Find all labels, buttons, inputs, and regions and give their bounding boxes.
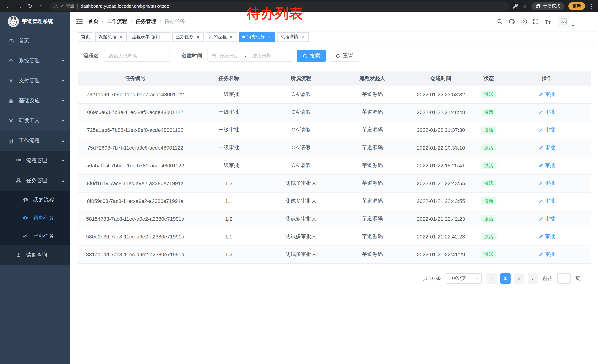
close-icon[interactable]: × (118, 34, 123, 40)
sidebar-item-workflow[interactable]: 工作流程 ▴ (0, 131, 70, 151)
table-row[interactable]: 75d72608-7b7f-11ec-a3c8-acde48001122 一级审… (78, 139, 590, 157)
goto-page-input[interactable] (557, 273, 571, 283)
approve-button[interactable]: 审批 (539, 127, 555, 133)
bookmark-star-icon[interactable]: ☆ (522, 3, 527, 9)
tab-start-process[interactable]: 发起流程 × (95, 32, 127, 42)
user-avatar[interactable]: ▾ (558, 16, 569, 27)
reset-button[interactable]: 重置 (330, 50, 359, 62)
search-button[interactable]: 搜索 (297, 50, 326, 62)
tab-my-processes[interactable]: 我的流程 × (206, 32, 237, 42)
sidebar-item-home[interactable]: 首页 (0, 31, 70, 51)
pager: ‹ 1 2 › (486, 273, 538, 283)
update-button[interactable]: 更新 (568, 2, 585, 10)
table-row[interactable]: 725a1eb6-7b88-11ec-8ef0-acde48001122 一级审… (78, 121, 590, 139)
fullscreen-icon[interactable] (533, 18, 539, 24)
sidebar-item-process-management[interactable]: 流程管理 ▾ (0, 151, 70, 171)
table-row[interactable]: 381aa1dd-7ac8-11ec-a9e2-a2380e71991a 1.2… (78, 245, 590, 263)
approve-button[interactable]: 审批 (539, 216, 555, 222)
tab-todo-tasks[interactable]: 待办任务 × (239, 32, 275, 42)
tab-done-tasks[interactable]: 已办任务 × (172, 32, 204, 42)
sidebar-item-payment[interactable]: ¥ 支付管理 ▾ (0, 71, 70, 91)
sidebar-toggle-icon[interactable] (76, 19, 83, 24)
date-range-picker[interactable]: 开始日期 - 结束日期 (207, 50, 292, 62)
table-row[interactable]: 069c6a63-7b8a-11ec-8ef0-acde48001122 一级审… (78, 103, 590, 121)
cell-task-id: 58154733-7ac8-11ec-a9e2-a2380e71991a (78, 210, 193, 228)
close-icon[interactable]: × (162, 34, 167, 40)
approve-button[interactable]: 审批 (539, 180, 555, 187)
table-row[interactable]: 8f0d1619-7ac8-11ec-a9e2-a2380e71991a 1.2… (78, 174, 590, 192)
pencil-icon (539, 110, 543, 114)
column-task-id: 任务编号 (78, 72, 193, 86)
table-row[interactable]: 58154733-7ac8-11ec-a9e2-a2380e71991a 1.2… (78, 210, 590, 228)
sidebar-item-infrastructure[interactable]: ▦ 基础设施 ▾ (0, 91, 70, 111)
cell-task-id: 725a1eb6-7b88-11ec-8ef0-acde48001122 (78, 121, 193, 139)
search-icon[interactable] (497, 18, 503, 24)
key-icon[interactable] (513, 3, 518, 9)
approve-button[interactable]: 审批 (539, 233, 555, 240)
approve-button[interactable]: 审批 (539, 162, 555, 169)
prev-page-button[interactable]: ‹ (486, 273, 497, 283)
github-icon[interactable] (508, 18, 515, 25)
page-unit-label: 页 (575, 275, 580, 282)
sidebar-item-devtools[interactable]: ⚒ 研发工具 ▾ (0, 111, 70, 131)
avatar-caret-icon[interactable]: ▾ (572, 24, 574, 28)
close-icon[interactable]: × (229, 34, 234, 40)
approve-button[interactable]: 审批 (539, 145, 555, 151)
page-button-1[interactable]: 1 (500, 273, 511, 283)
tab-process-detail[interactable]: 流程详情 × (277, 32, 309, 42)
approve-button[interactable]: 审批 (539, 198, 555, 204)
close-icon[interactable]: × (300, 34, 305, 40)
cell-task-id: 73211d9d-7b9b-11ec-b5b7-acde48001122 (78, 86, 193, 103)
sidebar-item-leave-query[interactable]: 请假查询 (0, 245, 70, 265)
pagination-total: 共 16 条 (423, 275, 441, 282)
approve-button[interactable]: 审批 (539, 91, 555, 98)
sidebar-item-done-tasks[interactable]: 已办任务 (0, 227, 70, 245)
cell-create-time: 2022-01-21 22:41:29 (407, 245, 474, 263)
process-name-input[interactable] (104, 50, 170, 62)
close-icon[interactable]: × (267, 34, 272, 40)
goto-label: 前往 (543, 275, 552, 282)
address-bar[interactable]: ⚠ 不安全 dashboard.yudao.iocoder.cn/bpm/tas… (50, 2, 509, 11)
table-row[interactable]: 73211d9d-7b9b-11ec-b5b7-acde48001122 一级审… (78, 86, 590, 103)
breadcrumb-home[interactable]: 首页 (88, 18, 99, 25)
url-text[interactable]: dashboard.yudao.iocoder.cn/bpm/task/todo (81, 4, 169, 9)
double-check-icon (22, 233, 29, 239)
back-icon[interactable]: ← (4, 1, 14, 11)
status-badge: 激活 (481, 144, 497, 152)
approve-button[interactable]: 审批 (539, 251, 555, 258)
sidebar-item-my-processes[interactable]: 我的流程 (0, 191, 70, 209)
cell-task-name: 1.2 (193, 210, 265, 228)
tab-process-form-edit[interactable]: 流程表单-编辑 × (129, 32, 170, 42)
browser-menu-icon[interactable]: ⋮ (589, 3, 594, 9)
page-button-2[interactable]: 2 (514, 273, 524, 283)
table-row[interactable]: 580e1b3d-7ac8-11ec-a9e2-a2380e71991a 1.1… (78, 228, 590, 245)
create-time-label: 创建时间 (182, 53, 202, 59)
cell-initiator: 芋道源码 (337, 245, 407, 263)
table-row[interactable]: 8f059c03-7ac8-11ec-a9e2-a2380e71991a 1.1… (78, 192, 590, 210)
chevron-down-icon: ▾ (62, 78, 64, 83)
sidebar-item-system[interactable]: ⚙ 系统管理 ▾ (0, 51, 70, 71)
broken-image-icon (560, 18, 567, 25)
approve-button[interactable]: 审批 (539, 109, 555, 115)
security-label[interactable]: 不安全 (61, 3, 75, 9)
cell-actions: 审批 (503, 103, 590, 121)
font-size-icon[interactable]: TT (544, 18, 551, 25)
incognito-badge: 无痕模式 (531, 2, 564, 10)
cell-initiator: 芋道源码 (337, 157, 407, 174)
sidebar-item-task-management[interactable]: 任务管理 ▴ (0, 171, 70, 191)
help-icon[interactable]: ? (521, 18, 527, 24)
sidebar-item-todo-tasks[interactable]: 待办任务 (0, 209, 70, 227)
breadcrumb-task-management[interactable]: 任务管理 (136, 18, 156, 25)
forward-icon[interactable]: → (15, 1, 25, 11)
tab-home[interactable]: 首页 (78, 32, 93, 42)
page-size-select[interactable]: 10条/页 ▾ (446, 273, 482, 283)
table-row[interactable]: a6aba0a4-7b6d-11ec-b781-acde48001122 一级审… (78, 157, 590, 174)
close-icon[interactable]: × (195, 34, 200, 40)
home-icon[interactable]: ⌂ (36, 1, 46, 11)
cell-actions: 审批 (503, 210, 590, 228)
status-badge: 激活 (481, 180, 497, 187)
breadcrumb-workflow[interactable]: 工作流程 (107, 18, 127, 25)
cell-process: OA 请假 (265, 157, 337, 174)
reload-icon[interactable]: ↻ (25, 1, 35, 11)
next-page-button[interactable]: › (528, 273, 538, 283)
